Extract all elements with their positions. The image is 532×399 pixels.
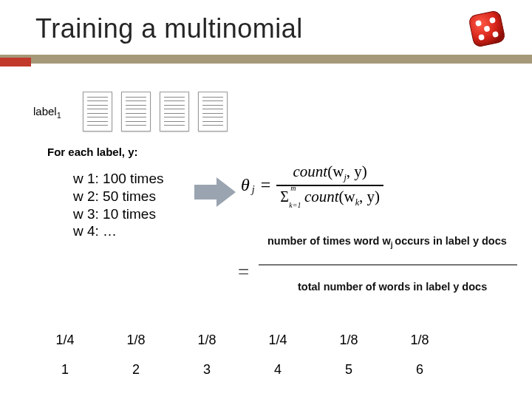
den-rest: , y) [359,188,380,205]
prob-5: 1/8 [330,332,368,348]
count-w1: w 1: 100 times [73,170,164,188]
den-args: (w [339,188,355,205]
num-fn: count [293,163,328,180]
num-rest: , y) [347,163,367,180]
label1-sub: 1 [57,111,61,120]
doc-icon [121,92,151,132]
numerator: count(wj, y) [290,163,371,183]
count-w3: w 3: 10 times [73,205,164,223]
prob-1: 1/4 [46,332,84,348]
face-3: 3 [188,362,226,378]
face-5: 5 [330,362,368,378]
accent-bar [0,55,532,64]
label1-text: label1 [33,105,61,120]
probability-row: 1/4 1/8 1/8 1/4 1/8 1/8 [46,332,439,348]
count-w4: w 4: … [73,222,164,240]
face-4: 4 [259,362,297,378]
denominator: Σ m k=1 count(wk, y) [276,188,383,208]
equals-sign: = [261,175,271,195]
doc-icon [160,92,189,132]
sigma-symbol: Σ m k=1 [280,188,294,205]
face-row: 1 2 3 4 5 6 [46,362,439,378]
dice-icon [464,6,510,52]
sigma-glyph: Σ [280,188,289,205]
desc-top-a: number of times word w [267,235,391,247]
doc-icon [198,92,228,132]
desc-numerator: number of times word wj occurs in label … [267,235,507,249]
fraction: count(wj, y) Σ m k=1 count(wk, y) [276,163,383,208]
theta-symbol: θ [241,175,250,195]
num-args: (w [327,163,344,180]
sigma-sup: m [290,184,296,192]
face-6: 6 [400,362,439,378]
desc-denominator: total number of words in label y docs [298,281,487,293]
label1-word: label [33,105,57,117]
face-1: 1 [46,362,84,378]
page-title: Training a multinomial [35,13,532,44]
prob-3: 1/8 [188,332,226,348]
count-w2: w 2: 50 times [73,188,164,205]
theta-formula: θj = count(wj, y) Σ m k=1 count(wk, y) [241,163,383,208]
face-2: 2 [117,362,155,378]
desc-top-b: occurs in label y docs [395,235,507,247]
prob-4: 1/4 [259,332,297,348]
theta-sub: j [252,184,255,196]
den-fn: count [304,188,339,205]
equals2: = [238,261,249,284]
prob-6: 1/8 [400,332,439,348]
prob-2: 1/8 [117,332,155,348]
for-each-label: For each label, y: [47,146,138,158]
desc-fraction-bar [259,265,517,265]
accent-notch [0,58,31,66]
doc-icon [83,92,112,132]
sigma-sub: k=1 [289,201,301,209]
doc-icons [83,92,228,132]
word-counts: w 1: 100 times w 2: 50 times w 3: 10 tim… [73,170,164,240]
arrow-icon [194,177,236,207]
